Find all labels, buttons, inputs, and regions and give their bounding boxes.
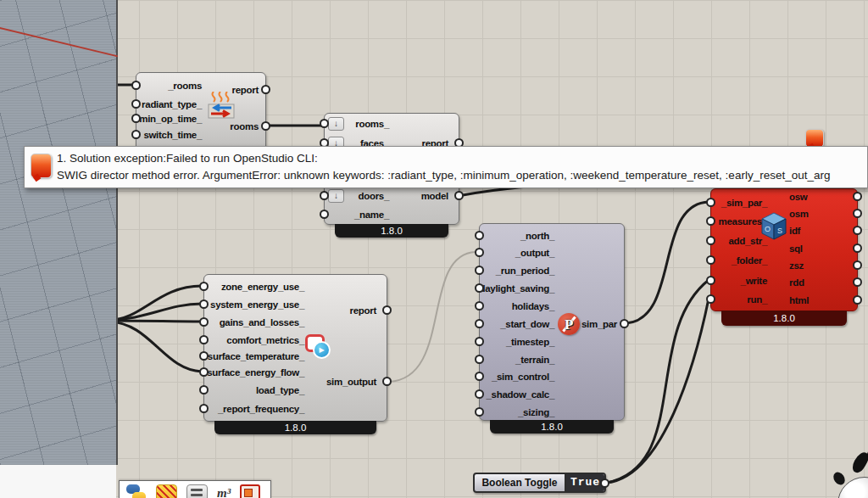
- input-nub[interactable]: [320, 119, 329, 128]
- input-port[interactable]: _terrain_: [515, 352, 554, 367]
- output-port[interactable]: sim_output: [326, 374, 376, 389]
- input-port[interactable]: _run_period_: [496, 263, 554, 278]
- output-nub[interactable]: [382, 377, 392, 386]
- input-nub[interactable]: [706, 216, 715, 226]
- input-nub[interactable]: [706, 236, 715, 245]
- input-nub[interactable]: [131, 99, 141, 109]
- output-nub[interactable]: [261, 121, 270, 131]
- input-nub[interactable]: [199, 317, 209, 327]
- input-nub[interactable]: [475, 266, 484, 275]
- input-nub[interactable]: [475, 301, 484, 311]
- input-nub[interactable]: [131, 114, 141, 123]
- input-nub[interactable]: [131, 81, 141, 90]
- output-port[interactable]: sim_par: [581, 316, 617, 332]
- input-port[interactable]: _report_frequency_: [218, 401, 304, 417]
- output-nub[interactable]: [853, 192, 862, 201]
- input-port[interactable]: min_op_time_: [139, 111, 202, 126]
- input-nub[interactable]: [475, 355, 484, 364]
- panel-icon[interactable]: [186, 484, 208, 498]
- input-port[interactable]: system_energy_use_: [210, 297, 304, 312]
- output-port[interactable]: rdd: [789, 275, 804, 290]
- canvas-fly-widget[interactable]: [831, 472, 868, 498]
- input-nub[interactable]: [475, 283, 484, 293]
- input-port[interactable]: zone_energy_use_: [221, 279, 304, 294]
- output-port[interactable]: report: [350, 303, 376, 318]
- output-port[interactable]: osm: [789, 206, 809, 221]
- output-port[interactable]: report: [232, 82, 259, 98]
- boolean-toggle[interactable]: Boolean Toggle True: [473, 473, 606, 493]
- input-port[interactable]: doors_: [358, 188, 389, 204]
- component-red-icon[interactable]: [240, 484, 260, 498]
- input-nub[interactable]: [475, 248, 484, 257]
- input-port[interactable]: _rooms: [168, 78, 202, 93]
- component-radiant-hvac[interactable]: _rooms radiant_type_ min_op_time_ switch…: [136, 72, 266, 148]
- input-port[interactable]: _sim_par_: [721, 195, 767, 210]
- input-nub[interactable]: [199, 282, 209, 291]
- input-port[interactable]: _sizing_: [518, 405, 554, 420]
- input-port[interactable]: _folder_: [732, 253, 767, 268]
- output-nub[interactable]: [853, 243, 862, 253]
- output-nub[interactable]: [382, 305, 392, 315]
- toggle-value[interactable]: True: [565, 474, 604, 491]
- component-sim-output[interactable]: zone_energy_use_ system_energy_use_ gain…: [203, 274, 387, 422]
- output-port[interactable]: zsz: [789, 258, 804, 273]
- component-sim-parameter[interactable]: _north_ _output_ _run_period_ daylight_s…: [479, 223, 625, 421]
- input-nub[interactable]: [475, 407, 484, 417]
- output-port[interactable]: osw: [789, 189, 807, 204]
- output-nub[interactable]: [853, 277, 862, 287]
- cubic-meter-icon[interactable]: m³: [217, 484, 231, 498]
- rhino-viewport[interactable]: [0, 0, 118, 465]
- output-nub[interactable]: [454, 191, 464, 200]
- input-nub[interactable]: [320, 191, 329, 200]
- python-icon[interactable]: [126, 484, 147, 498]
- input-port[interactable]: run_: [747, 292, 767, 307]
- input-port[interactable]: _timestep_: [506, 334, 554, 350]
- input-nub[interactable]: [199, 367, 209, 377]
- input-nub[interactable]: [320, 210, 329, 219]
- input-port[interactable]: _sim_control_: [492, 369, 554, 384]
- input-port[interactable]: gains_and_losses_: [220, 315, 304, 330]
- script-yellow-icon[interactable]: [156, 484, 177, 498]
- input-port[interactable]: daylight_saving_: [479, 281, 554, 296]
- component-model-to-osm-error[interactable]: _sim_par_ measures_ add_str_ _folder_ _w…: [710, 188, 858, 311]
- output-nub[interactable]: [600, 478, 609, 488]
- input-port[interactable]: rooms_: [355, 116, 389, 131]
- input-nub[interactable]: [706, 255, 715, 265]
- input-port[interactable]: _north_: [520, 228, 554, 243]
- output-nub[interactable]: [620, 319, 629, 328]
- input-nub[interactable]: [475, 337, 484, 346]
- output-nub[interactable]: [853, 226, 862, 235]
- input-nub[interactable]: [199, 299, 209, 309]
- input-nub[interactable]: [475, 389, 484, 399]
- input-port[interactable]: _start_dow_: [500, 316, 554, 332]
- output-port[interactable]: model: [421, 188, 448, 204]
- input-port[interactable]: surface_energy_flow_: [207, 365, 304, 380]
- input-port[interactable]: comfort_metrics_: [226, 333, 304, 348]
- output-nub[interactable]: [853, 295, 862, 305]
- input-nub[interactable]: [706, 198, 715, 207]
- input-port[interactable]: _name_: [354, 207, 389, 222]
- output-port[interactable]: sql: [789, 241, 803, 256]
- input-port[interactable]: _output_: [515, 245, 554, 260]
- flatten-down-arrow-icon[interactable]: ↓: [328, 117, 344, 131]
- input-nub[interactable]: [199, 335, 209, 344]
- input-nub[interactable]: [706, 294, 715, 304]
- input-nub[interactable]: [199, 404, 209, 413]
- flatten-down-arrow-icon[interactable]: ↓: [328, 189, 344, 203]
- output-nub[interactable]: [853, 260, 862, 270]
- output-nub[interactable]: [261, 85, 270, 94]
- input-nub[interactable]: [199, 385, 209, 394]
- input-port[interactable]: _shadow_calc_: [487, 387, 554, 402]
- input-port[interactable]: _write: [741, 273, 767, 288]
- input-nub[interactable]: [475, 231, 484, 240]
- output-port[interactable]: idf: [789, 223, 800, 238]
- input-port[interactable]: surface_temperature_: [208, 349, 304, 364]
- output-nub[interactable]: [853, 209, 862, 218]
- input-port[interactable]: radiant_type_: [142, 97, 202, 112]
- output-port[interactable]: html: [789, 293, 809, 308]
- input-port[interactable]: load_type_: [256, 383, 304, 398]
- input-nub[interactable]: [706, 276, 715, 285]
- input-port[interactable]: switch_time_: [143, 127, 202, 143]
- input-nub[interactable]: [475, 372, 484, 381]
- input-nub[interactable]: [475, 319, 484, 328]
